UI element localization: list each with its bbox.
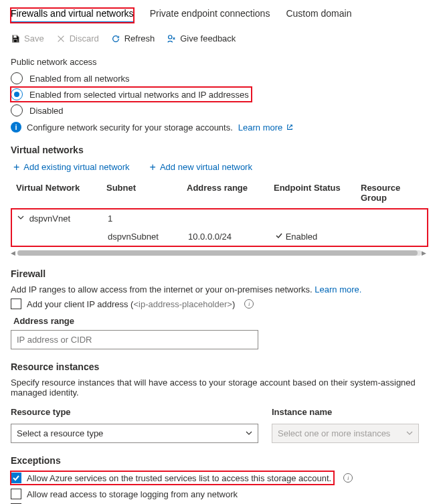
firewall-desc-text: Add IP ranges to allow access from the i…: [11, 284, 313, 295]
vnet-highlight-box: dspvnVnet 1 dspvnSubnet 10.0.0.0/24 Enab…: [11, 208, 428, 247]
scroll-right-icon: ▶: [422, 250, 428, 256]
table-row[interactable]: dspvnSubnet 10.0.0.0/24 Enabled: [12, 228, 427, 246]
feedback-label: Give feedback: [180, 33, 236, 44]
firewall-learn-more-link[interactable]: Learn more.: [315, 284, 361, 295]
exception-trusted-label: Allow Azure services on the trusted serv…: [27, 473, 331, 483]
exception-logging-label: Allow read access to storage logging fro…: [27, 489, 238, 499]
subnet-count: 1: [108, 214, 188, 224]
external-link-icon: [286, 122, 293, 133]
firewall-desc: Add IP ranges to allow access from the i…: [11, 284, 428, 295]
pna-radio-selected-label: Enabled from selected virtual networks a…: [29, 90, 249, 100]
vnet-table-header: Virtual Network Subnet Address range End…: [11, 179, 428, 207]
discard-button[interactable]: Discard: [56, 33, 99, 44]
pna-info: i Configure network security for your st…: [11, 122, 428, 133]
add-new-vnet-button[interactable]: + Add new virtual network: [150, 162, 252, 172]
add-client-ip-checkbox-row[interactable]: Add your client IP address (<ip-address-…: [11, 299, 428, 309]
address-range: 10.0.0.0/24: [188, 232, 275, 242]
refresh-icon: [111, 34, 120, 44]
subnet-name: dspvnSubnet: [108, 232, 188, 242]
scroll-thumb[interactable]: [17, 250, 418, 256]
scroll-track: [17, 250, 422, 256]
pna-learn-more-link[interactable]: Learn more: [238, 122, 293, 133]
instance-name-placeholder: Select one or more instances: [278, 428, 390, 438]
feedback-icon: [167, 34, 176, 44]
discard-label: Discard: [70, 33, 99, 44]
ri-labels: Resource type Instance name: [11, 400, 428, 421]
exception-logging-row[interactable]: Allow read access to storage logging fro…: [11, 489, 428, 499]
instance-name-select: Select one or more instances: [272, 424, 419, 443]
tab-firewalls[interactable]: Firewalls and virtual networks: [11, 8, 134, 23]
col-subnet: Subnet: [106, 183, 187, 203]
ri-desc: Specify resource instances that will hav…: [11, 377, 428, 398]
resource-type-placeholder: Select a resource type: [17, 428, 103, 438]
checkbox-icon[interactable]: [11, 473, 21, 483]
col-rg: Resource Group: [361, 183, 423, 203]
vnet-table: Virtual Network Subnet Address range End…: [11, 179, 428, 256]
help-icon[interactable]: i: [244, 299, 254, 309]
instance-name-label: Instance name: [272, 407, 419, 417]
horizontal-scrollbar[interactable]: ◀ ▶: [11, 250, 428, 256]
command-bar: Save Discard Refresh Give feedback: [11, 33, 428, 44]
add-existing-vnet-button[interactable]: + Add existing virtual network: [13, 162, 130, 172]
radio-icon: [11, 72, 23, 84]
table-row[interactable]: dspvnVnet 1: [12, 209, 427, 228]
vnet-title: Virtual networks: [11, 145, 428, 155]
refresh-label: Refresh: [124, 33, 155, 44]
pna-info-text: Configure network security for your stor…: [27, 122, 233, 133]
exceptions-title: Exceptions: [11, 455, 428, 466]
client-ip-placeholder: <ip-address-placeholder>: [133, 299, 232, 309]
pna-radio-selected[interactable]: Enabled from selected virtual networks a…: [11, 87, 428, 102]
col-address: Address range: [187, 183, 274, 203]
tabs-bar: Firewalls and virtual networks Private e…: [11, 8, 428, 23]
info-icon: i: [11, 122, 21, 133]
save-button[interactable]: Save: [11, 33, 44, 44]
exception-trusted-services-row[interactable]: Allow Azure services on the trusted serv…: [11, 471, 428, 485]
address-range-label: Address range: [13, 316, 428, 326]
svg-point-0: [169, 35, 172, 38]
add-client-ip-label: Add your client IP address (<ip-address-…: [27, 299, 235, 309]
pna-radio-all-label: Enabled from all networks: [29, 74, 130, 84]
address-range-input[interactable]: [11, 330, 258, 349]
resource-type-label: Resource type: [11, 407, 258, 417]
save-icon: [11, 34, 20, 44]
discard-icon: [56, 34, 66, 44]
add-existing-label: Add existing virtual network: [23, 162, 129, 172]
pna-title: Public network access: [11, 57, 428, 67]
checkbox-icon[interactable]: [11, 489, 21, 499]
ri-title: Resource instances: [11, 361, 428, 372]
endpoint-status: Enabled: [286, 232, 318, 242]
scroll-left-icon: ◀: [11, 250, 17, 256]
ri-inputs: Select a resource type Select one or mor…: [11, 424, 428, 443]
col-endpoint: Endpoint Status: [274, 183, 361, 203]
chevron-down-icon: [406, 428, 413, 438]
tab-custom-domain[interactable]: Custom domain: [286, 8, 351, 23]
chevron-down-icon[interactable]: [17, 213, 24, 223]
resource-type-select[interactable]: Select a resource type: [11, 424, 258, 443]
tab-private-endpoints[interactable]: Private endpoint connections: [150, 8, 270, 23]
vnet-add-row: + Add existing virtual network + Add new…: [13, 162, 428, 172]
radio-icon: [11, 104, 23, 116]
pna-radio-disabled[interactable]: Disabled: [11, 104, 428, 116]
pna-radio-all[interactable]: Enabled from all networks: [11, 72, 428, 84]
firewall-title: Firewall: [11, 268, 428, 279]
learn-more-text: Learn more: [238, 122, 282, 133]
vnet-name: dspvnVnet: [29, 214, 70, 224]
checkbox-icon[interactable]: [11, 299, 21, 309]
feedback-button[interactable]: Give feedback: [167, 33, 236, 44]
refresh-button[interactable]: Refresh: [111, 33, 155, 44]
chevron-down-icon: [246, 428, 252, 438]
add-new-label: Add new virtual network: [160, 162, 252, 172]
pna-radio-disabled-label: Disabled: [29, 106, 64, 116]
check-icon: [275, 232, 283, 242]
plus-icon: +: [150, 163, 156, 172]
save-label: Save: [24, 33, 44, 44]
radio-icon: [11, 88, 23, 100]
help-icon[interactable]: i: [343, 473, 353, 483]
col-vnet: Virtual Network: [16, 183, 106, 203]
plus-icon: +: [13, 163, 19, 172]
